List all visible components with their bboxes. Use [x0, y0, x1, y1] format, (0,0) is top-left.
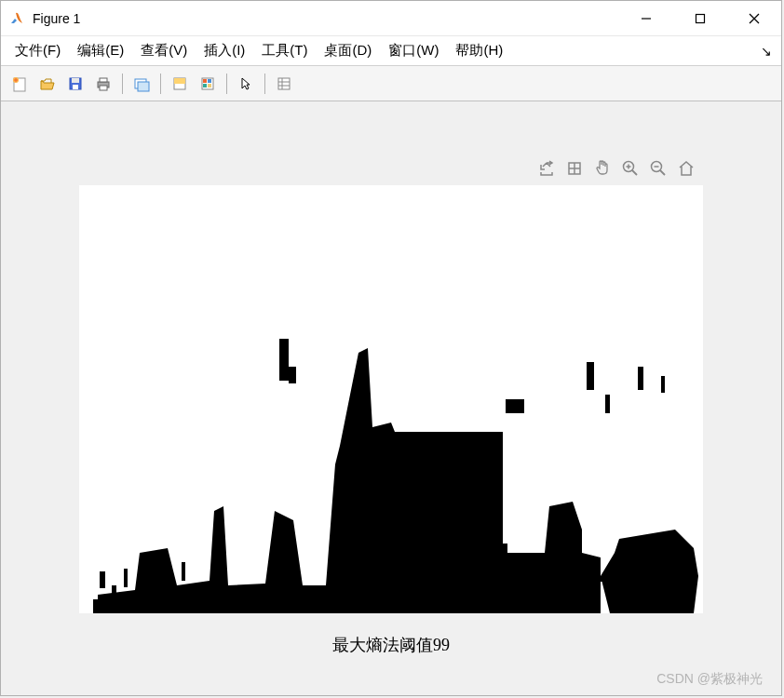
- svg-rect-51: [100, 571, 105, 588]
- svg-rect-53: [124, 569, 128, 587]
- property-inspector-icon[interactable]: [271, 71, 297, 97]
- svg-rect-48: [506, 399, 524, 413]
- svg-rect-17: [203, 79, 207, 83]
- svg-rect-38: [442, 544, 452, 599]
- svg-rect-45: [605, 395, 610, 413]
- toolbar-separator: [226, 74, 227, 94]
- brush-icon[interactable]: [563, 157, 586, 180]
- open-icon[interactable]: [34, 71, 61, 97]
- svg-rect-42: [414, 595, 601, 613]
- svg-rect-57: [182, 562, 185, 581]
- menu-file[interactable]: 文件(F): [7, 38, 69, 63]
- figure-image: [79, 185, 703, 613]
- svg-rect-46: [638, 367, 643, 390]
- svg-rect-15: [174, 78, 185, 84]
- menu-window[interactable]: 窗口(W): [380, 38, 447, 63]
- export-icon[interactable]: [535, 157, 558, 180]
- toolbar-separator: [160, 74, 161, 94]
- menubar: 文件(F) 编辑(E) 查看(V) 插入(I) 工具(T) 桌面(D) 窗口(W…: [1, 36, 781, 66]
- menu-dock-arrow-icon[interactable]: ↘: [761, 44, 772, 59]
- toolbar-separator: [264, 74, 265, 94]
- svg-rect-47: [661, 376, 665, 393]
- svg-line-33: [660, 170, 665, 175]
- colorbar-icon[interactable]: [195, 71, 221, 97]
- zoom-in-icon[interactable]: [619, 157, 642, 180]
- svg-rect-39: [461, 544, 470, 599]
- new-figure-icon[interactable]: [7, 71, 33, 97]
- matlab-icon: [8, 10, 25, 27]
- svg-rect-37: [424, 544, 433, 599]
- figure-content: 最大熵法阈值99 CSDN @紫极神光: [1, 101, 781, 695]
- toolbar-separator: [122, 74, 123, 94]
- svg-rect-44: [587, 362, 594, 390]
- data-cursor-icon[interactable]: [167, 71, 193, 97]
- axes-toolbar: [535, 157, 697, 180]
- figure-window: Figure 1 文件(F) 编辑(E) 查看(V) 插入(I) 工具(T) 桌…: [0, 0, 782, 696]
- save-icon[interactable]: [62, 71, 88, 97]
- pan-icon[interactable]: [591, 157, 614, 180]
- menu-tools[interactable]: 工具(T): [253, 38, 316, 63]
- svg-rect-7: [72, 78, 79, 83]
- svg-rect-55: [144, 576, 150, 590]
- svg-rect-21: [278, 78, 290, 89]
- print-icon[interactable]: [90, 71, 116, 97]
- menu-view[interactable]: 查看(V): [132, 38, 196, 63]
- svg-rect-40: [480, 544, 489, 599]
- titlebar: Figure 1: [1, 1, 781, 36]
- svg-line-29: [632, 170, 637, 175]
- zoom-out-icon[interactable]: [647, 157, 669, 180]
- svg-rect-10: [100, 78, 107, 82]
- pointer-icon[interactable]: [233, 71, 259, 97]
- svg-rect-19: [203, 84, 207, 87]
- menu-help[interactable]: 帮助(H): [447, 38, 511, 63]
- menu-insert[interactable]: 插入(I): [196, 38, 253, 63]
- svg-rect-1: [696, 14, 705, 22]
- svg-rect-49: [279, 339, 289, 381]
- svg-rect-8: [73, 85, 78, 89]
- svg-rect-43: [633, 567, 684, 613]
- svg-rect-56: [161, 595, 166, 609]
- home-icon[interactable]: [675, 157, 697, 180]
- svg-rect-50: [289, 367, 296, 383]
- window-title: Figure 1: [33, 11, 619, 26]
- close-button[interactable]: [727, 1, 781, 35]
- toolbar: [1, 66, 781, 101]
- minimize-button[interactable]: [619, 1, 673, 35]
- svg-rect-52: [112, 585, 116, 597]
- svg-rect-13: [138, 82, 149, 91]
- svg-rect-11: [100, 86, 107, 90]
- svg-rect-58: [549, 576, 642, 582]
- window-controls: [619, 1, 781, 35]
- svg-rect-20: [208, 84, 211, 87]
- svg-rect-18: [208, 79, 211, 83]
- svg-rect-54: [93, 599, 101, 613]
- menu-desktop[interactable]: 桌面(D): [316, 38, 380, 63]
- svg-rect-41: [498, 544, 507, 599]
- maximize-button[interactable]: [673, 1, 727, 35]
- menu-edit[interactable]: 编辑(E): [69, 38, 132, 63]
- watermark: CSDN @紫极神光: [656, 671, 763, 688]
- link-icon[interactable]: [128, 71, 155, 97]
- figure-caption: 最大熵法阈值99: [332, 634, 450, 656]
